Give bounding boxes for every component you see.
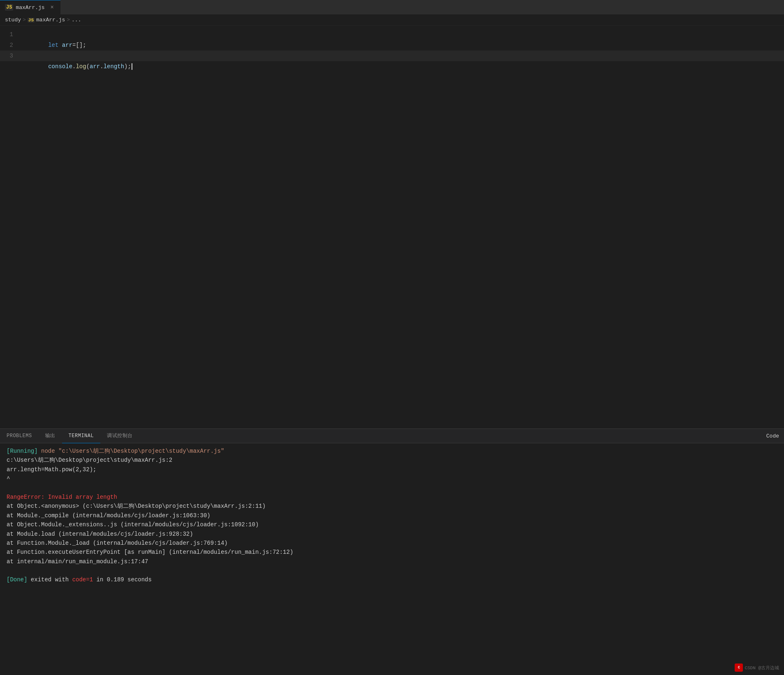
code-line-2: 2 arr.length=Math.pow(2,32); [0, 40, 784, 51]
terminal-done-line: [Done] exited with code=1 in 0.189 secon… [7, 575, 777, 584]
breadcrumb-file[interactable]: JS maxArr.js [28, 17, 65, 23]
stack-line: at Module.load (internal/modules/cjs/loa… [7, 530, 777, 539]
breadcrumb-sep1: > [23, 17, 26, 23]
tab-terminal[interactable]: TERMINAL [62, 429, 101, 443]
terminal-error-line: arr.length=Math.pow(2,32); [7, 465, 777, 474]
breadcrumb-filename: maxArr.js [36, 17, 65, 23]
watermark: C CSDN @古月边城 [735, 663, 779, 672]
terminal-error-caret: ^ [7, 474, 777, 483]
running-cmd-text: node "c:\Users\胡二狗\Desktop\project\study… [41, 448, 224, 454]
watermark-text: CSDN @古月边城 [745, 665, 779, 671]
terminal-stack: at Object.<anonymous> (c:\Users\胡二狗\Desk… [7, 502, 777, 566]
terminal-output[interactable]: [Running] node "c:\Users\胡二狗\Desktop\pro… [0, 443, 784, 675]
stack-line: at Function.executeUserEntryPoint [as ru… [7, 548, 777, 557]
terminal-running-line: [Running] node "c:\Users\胡二狗\Desktop\pro… [7, 447, 777, 456]
tab-debug-console[interactable]: 调试控制台 [100, 429, 139, 443]
stack-line: at Function.Module._load (internal/modul… [7, 539, 777, 548]
done-msg-with: with [55, 576, 72, 583]
breadcrumb-ellipsis: ... [72, 17, 81, 23]
stack-line: at Object.<anonymous> (c:\Users\胡二狗\Desk… [7, 502, 777, 511]
terminal-filepath: c:\Users\胡二狗\Desktop\project\study\maxAr… [7, 456, 777, 465]
line-num-1: 1 [0, 29, 21, 40]
code-editor[interactable]: 1 let arr=[]; 2 arr.length=Math.pow(2,32… [0, 26, 784, 428]
done-badge: [Done] [7, 576, 27, 583]
panel-tabs: PROBLEMS 输出 TERMINAL 调试控制台 Code [0, 429, 784, 443]
breadcrumb-js-icon: JS [28, 18, 35, 23]
terminal-blank2 [7, 566, 777, 575]
done-msg-in: in 0.189 [96, 576, 127, 583]
tab-js-icon: JS [5, 4, 13, 11]
stack-line: at internal/main/run_main_module.js:17:4… [7, 557, 777, 566]
tab-close-button[interactable]: × [49, 4, 56, 11]
running-badge: [Running] [7, 448, 38, 454]
bottom-panel: PROBLEMS 输出 TERMINAL 调试控制台 Code [Running… [0, 428, 784, 675]
line-num-2: 2 [0, 40, 21, 51]
breadcrumb-sep2: > [67, 17, 70, 23]
csdn-logo: C [735, 663, 743, 672]
terminal-error-type: RangeError: Invalid array length [7, 493, 777, 502]
tab-bar: JS maxArr.js × [0, 0, 784, 14]
tab-output[interactable]: 输出 [39, 429, 62, 443]
code-line-1: 1 let arr=[]; [0, 29, 784, 40]
stack-line: at Module._compile (internal/modules/cjs… [7, 511, 777, 520]
done-msg-seconds: seconds [127, 576, 152, 583]
tab-problems[interactable]: PROBLEMS [0, 429, 39, 443]
tab-filename: maxArr.js [16, 5, 44, 11]
tab-maxarr[interactable]: JS maxArr.js × [0, 0, 60, 14]
breadcrumb: study > JS maxArr.js > ... [0, 14, 784, 26]
done-msg-exited: exited [31, 576, 55, 583]
stack-line: at Object.Module._extensions..js (intern… [7, 520, 777, 529]
line-content-3: console.log(arr.length); [21, 51, 132, 83]
code-area: 1 let arr=[]; 2 arr.length=Math.pow(2,32… [0, 26, 784, 61]
code-line-3: 3 console.log(arr.length); [0, 51, 784, 61]
terminal-blank [7, 484, 777, 493]
line-num-3: 3 [0, 51, 21, 61]
done-msg-code: code=1 [72, 576, 93, 583]
breadcrumb-folder[interactable]: study [5, 17, 21, 23]
panel-right-label: Code [761, 429, 784, 443]
